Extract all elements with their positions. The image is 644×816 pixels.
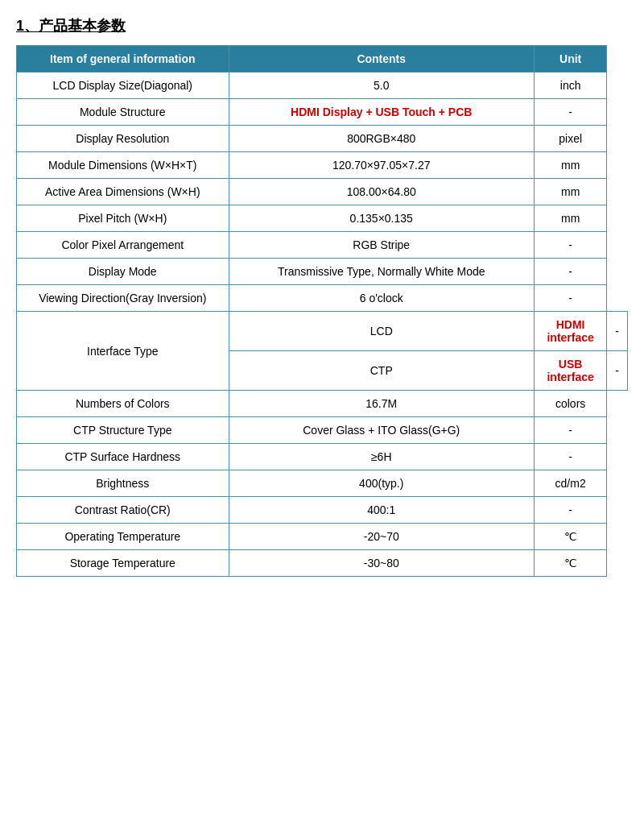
row-contents: 6 o'clock [229,285,534,312]
interface-unit: - [607,351,628,391]
row-item: CTP Structure Type [17,417,229,444]
interface-sub-item: CTP [229,351,534,391]
row-unit: - [534,285,606,312]
table-row: Color Pixel ArrangementRGB Stripe- [17,232,628,259]
table-row: Pixel Pitch (W×H)0.135×0.135mm [17,205,628,232]
row-item: Brightness [17,470,229,497]
row-item: Module Dimensions (W×H×T) [17,152,229,179]
row-item: Contrast Ratio(CR) [17,497,229,524]
row-contents: -30~80 [229,550,534,577]
row-unit: mm [534,179,606,205]
row-contents: -20~70 [229,524,534,550]
row-item: Numbers of Colors [17,391,229,417]
table-row: Viewing Direction(Gray Inversion)6 o'clo… [17,285,628,312]
table-row: CTP Surface Hardness≥6H- [17,444,628,470]
row-contents: 0.135×0.135 [229,205,534,232]
row-item: CTP Surface Hardness [17,444,229,470]
row-item: Display Mode [17,259,229,285]
row-item: LCD Display Size(Diagonal) [17,72,229,99]
header-contents: Contents [229,46,534,72]
row-contents: ≥6H [229,444,534,470]
row-contents: 120.70×97.05×7.27 [229,152,534,179]
page-title: 1、产品基本参数 [16,16,628,35]
row-item: Display Resolution [17,126,229,152]
row-unit: colors [534,391,606,417]
row-item: Operating Temperature [17,524,229,550]
table-row: Module Dimensions (W×H×T)120.70×97.05×7.… [17,152,628,179]
row-contents: 400:1 [229,497,534,524]
row-unit: mm [534,205,606,232]
specs-table: Item of general information Contents Uni… [16,45,628,577]
row-item: Color Pixel Arrangement [17,232,229,259]
row-unit: - [534,232,606,259]
row-contents: 800RGB×480 [229,126,534,152]
row-contents: RGB Stripe [229,232,534,259]
row-contents: 5.0 [229,72,534,99]
interface-sub-contents: USB interface [534,351,606,391]
row-unit: - [534,444,606,470]
header-item: Item of general information [17,46,229,72]
row-unit: cd/m2 [534,470,606,497]
interface-unit: - [607,312,628,351]
table-row: CTP Structure TypeCover Glass + ITO Glas… [17,417,628,444]
row-unit: - [534,99,606,126]
row-unit: - [534,417,606,444]
row-contents: 400(typ.) [229,470,534,497]
table-row: Numbers of Colors16.7Mcolors [17,391,628,417]
row-item: Viewing Direction(Gray Inversion) [17,285,229,312]
row-item: Pixel Pitch (W×H) [17,205,229,232]
row-contents: 108.00×64.80 [229,179,534,205]
table-row: Module StructureHDMI Display + USB Touch… [17,99,628,126]
row-unit: pixel [534,126,606,152]
row-contents: 16.7M [229,391,534,417]
row-contents: HDMI Display + USB Touch + PCB [229,99,534,126]
header-unit: Unit [534,46,606,72]
row-unit: mm [534,152,606,179]
table-row: Operating Temperature-20~70℃ [17,524,628,550]
row-unit: - [534,259,606,285]
row-unit: ℃ [534,550,606,577]
row-unit: inch [534,72,606,99]
row-unit: ℃ [534,524,606,550]
table-row: Storage Temperature-30~80℃ [17,550,628,577]
row-unit: - [534,497,606,524]
table-row: LCD Display Size(Diagonal)5.0inch [17,72,628,99]
interface-row: Interface TypeLCDHDMI interface- [17,312,628,351]
row-contents: Transmissive Type, Normally White Mode [229,259,534,285]
interface-sub-contents: HDMI interface [534,312,606,351]
table-row: Display Resolution800RGB×480pixel [17,126,628,152]
table-row: Active Area Dimensions (W×H)108.00×64.80… [17,179,628,205]
interface-type-label: Interface Type [17,312,229,391]
row-item: Storage Temperature [17,550,229,577]
interface-sub-item: LCD [229,312,534,351]
row-item: Active Area Dimensions (W×H) [17,179,229,205]
row-item: Module Structure [17,99,229,126]
row-contents: Cover Glass + ITO Glass(G+G) [229,417,534,444]
table-row: Contrast Ratio(CR)400:1- [17,497,628,524]
table-row: Display ModeTransmissive Type, Normally … [17,259,628,285]
table-row: Brightness400(typ.)cd/m2 [17,470,628,497]
